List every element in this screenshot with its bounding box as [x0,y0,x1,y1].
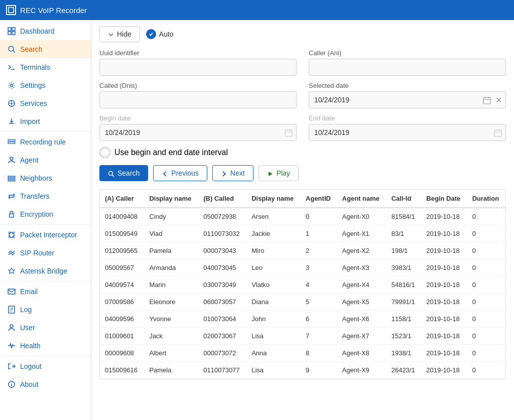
selected-date-input[interactable] [309,91,506,108]
sidebar-item-about[interactable]: About [0,375,91,393]
begin-date-input[interactable] [99,124,297,141]
previous-button-label: Previous [171,169,198,177]
sidebar-item-transfers[interactable]: Transfers [0,187,91,205]
cell-begin-date: 2019-10-18 [421,208,467,225]
cell-display-name-a: Marin [144,276,198,294]
table-row[interactable]: 012009565Pamela000073043Miro2Agent-X2198… [100,242,505,259]
cell-called: 000073072 [198,345,246,362]
cell-caller: 07009586 [100,294,144,311]
sidebar-item-search[interactable]: Search [0,40,91,58]
log-icon [7,305,16,314]
selected-date-clear-icon[interactable]: ✕ [495,95,502,105]
table-row[interactable]: 05009567Armanda040073045Leo3Agent-X33983… [100,259,505,276]
sidebar-divider-3 [0,281,91,282]
app-logo-icon [6,5,16,15]
svg-rect-2 [12,28,15,31]
cell-display-name-b: Jackie [246,225,301,242]
sidebar-item-terminals[interactable]: Terminals [0,58,91,76]
sidebar-item-services[interactable]: Services [0,94,91,112]
uuid-label: Uuid identifier [99,49,297,57]
sidebar-item-health[interactable]: Health [0,337,91,355]
interval-checkbox-row[interactable]: Use begin and end date interval [99,147,506,158]
email-icon [7,287,16,296]
sidebar-divider-1 [0,131,91,132]
caller-input[interactable] [309,59,506,76]
svg-point-14 [10,157,13,160]
sidebar-item-dashboard[interactable]: Dashboard [0,22,91,40]
cell-begin-date: 2019-10-18 [421,294,467,311]
svg-rect-25 [8,289,15,294]
date-range-row: Begin date End date [99,114,506,141]
cell-agent-name: Agent-X7 [337,328,387,345]
sidebar-item-logout[interactable]: Logout [0,357,91,375]
uuid-input[interactable] [99,59,297,76]
table-row[interactable]: 04009574Marin030073049Vlatko4Agent-X4548… [100,276,505,294]
hide-button-label: Hide [117,30,132,38]
table-row[interactable]: 015009549Vlad0110073032Jackie1Agent-X183… [100,225,505,242]
end-date-calendar-icon[interactable] [494,128,502,137]
sidebar-label-search: Search [20,45,42,53]
sidebar-item-sip-router[interactable]: SIP Router [0,244,91,262]
selected-date-calendar-icon[interactable] [483,95,491,104]
cell-caller: 04009596 [100,311,144,328]
cell-caller: 012009565 [100,242,144,259]
search-button[interactable]: Search [99,165,148,181]
cell-agent-id: 8 [301,345,337,362]
play-button[interactable]: Play [259,165,299,181]
table-row[interactable]: 04009596Yvonne010073064John6Agent-X61158… [100,311,505,328]
table-row[interactable]: 014009408Cindy050072938Arsen0Agent-X0815… [100,208,505,225]
sidebar-item-log[interactable]: Log [0,301,91,319]
next-arrow-icon [221,169,227,177]
sidebar-divider-4 [0,356,91,356]
next-button[interactable]: Next [212,165,253,181]
cell-called: 040073045 [198,259,246,276]
auto-checkbox-row[interactable]: Auto [146,29,174,39]
sidebar-item-neighbors[interactable]: Neighbors [0,169,91,187]
called-field: Called (Dnis) [99,82,297,108]
topbar: REC VoIP Recorder [0,0,514,20]
end-date-input[interactable] [309,124,506,141]
sidebar-label-encryption: Encryption [20,210,53,218]
cell-begin-date: 2019-10-18 [421,225,467,242]
cell-display-name-b: John [246,311,301,328]
cell-called: 010073064 [198,311,246,328]
cell-duration: 0 [467,328,505,345]
calls-table: (A) Caller Display name (B) Called Displ… [100,190,505,379]
sidebar-divider-2 [0,224,91,225]
sidebar-item-user[interactable]: User [0,319,91,337]
cell-agent-name: Agent-X3 [337,259,387,276]
cell-agent-name: Agent-X0 [337,208,387,225]
begin-date-label: Begin date [99,114,297,122]
sidebar-item-email[interactable]: Email [0,283,91,301]
sidebar-item-packet-interceptor[interactable]: Packet Interceptor [0,226,91,244]
cell-begin-date: 2019-10-18 [421,362,467,379]
sidebar-item-encryption[interactable]: Encryption [0,205,91,223]
table-row[interactable]: 07009586Eleonore060073057Diana5Agent-X57… [100,294,505,311]
cell-begin-date: 2019-10-18 [421,276,467,294]
main-content: Hide Auto Uuid identifier Caller (Ani) C… [91,20,514,420]
interval-toggle[interactable] [99,147,110,158]
svg-marker-49 [269,172,273,176]
table-row[interactable]: 01009601Jack020073067Lisa7Agent-X71523/1… [100,328,505,345]
cell-agent-id: 7 [301,328,337,345]
sidebar-item-asterisk-bridge[interactable]: Asterisk Bridge [0,262,91,280]
svg-line-48 [112,175,114,177]
cell-caller: 00009608 [100,345,144,362]
sidebar-item-settings[interactable]: Settings [0,76,91,94]
cell-display-name-b: Arsen [246,208,301,225]
cell-caller: 014009408 [100,208,144,225]
sidebar-item-recording-rule[interactable]: Recording rule [0,133,91,151]
table-row[interactable]: 00009608Albert000073072Anna8Agent-X81938… [100,345,505,362]
sidebar-item-import[interactable]: Import [0,112,91,130]
sidebar-item-agent[interactable]: Agent [0,151,91,169]
called-input[interactable] [99,91,297,108]
svg-rect-35 [483,97,490,104]
cell-call-id: 198/1 [387,242,422,259]
begin-date-calendar-icon[interactable] [285,128,293,137]
previous-button[interactable]: Previous [153,165,207,181]
table-row[interactable]: 015009616Pamela0110073077Lisa9Agent-X926… [100,362,505,379]
cell-caller: 04009574 [100,276,144,294]
asterisk-bridge-icon [7,266,16,275]
hide-button[interactable]: Hide [99,26,140,42]
col-header-call-id: Call-Id [387,190,422,208]
